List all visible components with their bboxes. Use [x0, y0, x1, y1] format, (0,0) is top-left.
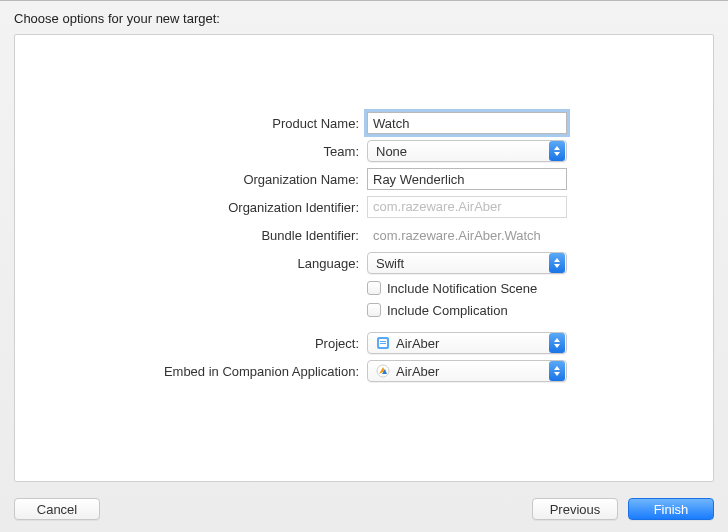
finish-button[interactable]: Finish: [628, 498, 714, 520]
org-name-input[interactable]: [367, 168, 567, 190]
embed-popup[interactable]: AirAber: [367, 360, 567, 382]
embed-label: Embed in Companion Application:: [15, 364, 367, 379]
xcodeproj-icon: [376, 336, 390, 350]
org-id-label: Organization Identifier:: [15, 200, 367, 215]
cancel-button[interactable]: Cancel: [14, 498, 100, 520]
project-label: Project:: [15, 336, 367, 351]
product-name-label: Product Name:: [15, 116, 367, 131]
dialog-footer: Cancel Previous Finish: [14, 498, 714, 520]
complication-checkbox[interactable]: [367, 303, 381, 317]
org-name-label: Organization Name:: [15, 172, 367, 187]
stepper-icon: [549, 361, 565, 381]
bundle-id-label: Bundle Identifier:: [15, 228, 367, 243]
complication-label: Include Complication: [387, 303, 508, 318]
org-id-field: com.razeware.AirAber: [367, 196, 567, 218]
language-value: Swift: [376, 256, 404, 271]
project-value: AirAber: [396, 336, 439, 351]
stepper-icon: [549, 141, 565, 161]
notification-scene-label: Include Notification Scene: [387, 281, 537, 296]
embed-value: AirAber: [396, 364, 439, 379]
notification-scene-checkbox[interactable]: [367, 281, 381, 295]
stepper-icon: [549, 333, 565, 353]
dialog-sheet: Choose options for your new target: Prod…: [0, 0, 728, 532]
previous-button[interactable]: Previous: [532, 498, 618, 520]
dialog-header: Choose options for your new target:: [0, 1, 728, 34]
project-popup[interactable]: AirAber: [367, 332, 567, 354]
product-name-input[interactable]: [367, 112, 567, 134]
form-panel: Product Name: Team: None Organiz: [14, 34, 714, 482]
svg-rect-2: [380, 341, 386, 342]
language-popup[interactable]: Swift: [367, 252, 567, 274]
language-label: Language:: [15, 256, 367, 271]
app-icon: [376, 364, 390, 378]
team-popup[interactable]: None: [367, 140, 567, 162]
team-value: None: [376, 144, 407, 159]
bundle-id-value: com.razeware.AirAber.Watch: [367, 225, 541, 246]
team-label: Team:: [15, 144, 367, 159]
stepper-icon: [549, 253, 565, 273]
svg-rect-3: [380, 343, 386, 344]
